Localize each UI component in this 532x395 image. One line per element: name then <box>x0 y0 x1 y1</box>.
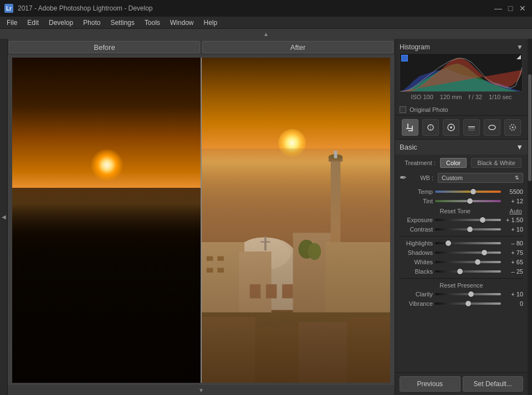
close-button[interactable]: ✕ <box>518 3 528 13</box>
spot-removal-tool[interactable] <box>422 119 439 136</box>
menu-develop[interactable]: Develop <box>44 18 78 28</box>
blacks-slider-track[interactable] <box>435 270 501 273</box>
menu-photo[interactable]: Photo <box>79 18 105 28</box>
vibrance-label: Vibrance <box>400 300 433 307</box>
presence-divider <box>400 278 523 279</box>
tint-slider-thumb[interactable] <box>467 198 473 204</box>
titlebar-controls[interactable]: — □ ✕ <box>493 3 528 13</box>
whites-slider-row: Whites + 65 <box>400 259 523 265</box>
wb-eyedropper-icon[interactable]: ✒ <box>400 172 407 183</box>
histogram-title: Histogram <box>400 43 430 51</box>
original-photo-checkbox[interactable] <box>400 106 406 113</box>
basic-section-header: Basic ▼ <box>395 140 528 155</box>
svg-rect-24 <box>207 257 213 261</box>
app-icon: Lr <box>4 4 13 13</box>
highlights-slider-track[interactable] <box>435 242 501 244</box>
bottom-arrow-icon[interactable]: ▼ <box>196 387 207 393</box>
after-label: After <box>202 41 393 53</box>
svg-point-15 <box>236 238 295 275</box>
right-scrollbar[interactable] <box>528 39 532 395</box>
menubar: File Edit Develop Photo Settings Tools W… <box>0 17 532 29</box>
meta-aperture: f / 32 <box>469 94 482 100</box>
svg-rect-27 <box>217 268 224 273</box>
meta-iso: ISO 100 <box>411 94 433 100</box>
menu-settings[interactable]: Settings <box>106 18 139 28</box>
shadows-slider-row: Shadows + 75 <box>400 249 523 256</box>
left-panel-toggle[interactable]: ◀ <box>0 39 8 395</box>
crop-tool[interactable] <box>402 119 418 136</box>
vibrance-slider-thumb[interactable] <box>466 301 471 306</box>
red-eye-tool[interactable] <box>443 119 459 136</box>
svg-rect-30 <box>282 284 293 298</box>
svg-rect-18 <box>264 237 267 250</box>
svg-marker-5 <box>93 273 125 383</box>
shadows-slider-track[interactable] <box>435 252 501 254</box>
svg-rect-26 <box>207 268 213 273</box>
histogram-section: Histogram ▼ <box>395 39 528 104</box>
contrast-value: + 10 <box>503 226 523 233</box>
svg-rect-47 <box>468 129 475 129</box>
svg-rect-33 <box>201 312 390 383</box>
contrast-slider-track[interactable] <box>435 228 501 230</box>
wb-select[interactable]: Custom ⇅ <box>438 173 523 183</box>
treatment-label: Treatment : <box>400 160 436 166</box>
whites-slider-track[interactable] <box>435 261 501 263</box>
basic-title: Basic <box>400 143 417 151</box>
svg-rect-10 <box>201 148 390 383</box>
meta-shutter: 1/10 sec <box>489 94 512 100</box>
svg-rect-34 <box>201 317 255 383</box>
temp-slider-track[interactable] <box>435 191 501 193</box>
radial-filter-tool[interactable] <box>484 119 500 136</box>
svg-rect-20 <box>201 242 244 383</box>
shadows-value: + 75 <box>503 249 523 256</box>
treatment-bw-button[interactable]: Black & White <box>471 158 521 168</box>
reset-presence-label: Reset Presence <box>401 282 522 289</box>
svg-marker-2 <box>31 247 55 383</box>
set-default-button[interactable]: Set Default... <box>463 376 524 392</box>
svg-marker-7 <box>158 273 201 383</box>
meta-focal: 120 mm <box>440 94 462 100</box>
tool-icons-row <box>395 115 528 139</box>
menu-file[interactable]: File <box>2 18 22 28</box>
highlights-slider-thumb[interactable] <box>446 240 451 246</box>
menu-tools[interactable]: Tools <box>140 18 165 28</box>
svg-rect-36 <box>298 322 347 383</box>
vibrance-slider-track[interactable] <box>435 302 501 305</box>
histogram-chart <box>400 54 522 91</box>
svg-rect-35 <box>255 327 298 383</box>
auto-link[interactable]: Auto <box>509 208 522 214</box>
clarity-slider-thumb[interactable] <box>468 291 474 297</box>
histogram-dropdown-icon[interactable]: ▼ <box>516 43 523 51</box>
exposure-slider-track[interactable] <box>435 219 501 221</box>
blacks-slider-thumb[interactable] <box>457 269 463 274</box>
reset-presence-row: Reset Presence <box>400 282 523 289</box>
temp-slider-row: Temp 5500 <box>400 188 523 195</box>
previous-button[interactable]: Previous <box>400 376 461 392</box>
tint-slider-track[interactable] <box>435 200 501 202</box>
menu-edit[interactable]: Edit <box>23 18 43 28</box>
left-panel-arrow-icon: ◀ <box>1 214 7 220</box>
blacks-label: Blacks <box>400 268 433 275</box>
exposure-slider-thumb[interactable] <box>480 217 485 223</box>
before-after-bar: Before After <box>8 39 395 55</box>
shadows-slider-thumb[interactable] <box>482 250 487 255</box>
svg-point-49 <box>489 125 495 130</box>
menu-window[interactable]: Window <box>166 18 198 28</box>
treatment-row: Treatment : Color Black & White <box>400 158 523 168</box>
bottom-buttons: Previous Set Default... <box>395 372 528 395</box>
menu-help[interactable]: Help <box>199 18 222 28</box>
clarity-slider-track[interactable] <box>435 293 501 295</box>
wb-arrows-icon: ⇅ <box>515 175 519 181</box>
whites-slider-thumb[interactable] <box>475 259 480 265</box>
adjustment-brush-tool[interactable] <box>504 119 521 136</box>
top-arrow-icon[interactable]: ▲ <box>260 31 272 37</box>
treatment-color-button[interactable]: Color <box>440 158 467 168</box>
graduated-filter-tool[interactable] <box>463 119 480 136</box>
maximize-button[interactable]: □ <box>505 3 515 13</box>
clarity-label: Clarity <box>400 291 433 297</box>
contrast-slider-thumb[interactable] <box>467 227 473 232</box>
minimize-button[interactable]: — <box>493 3 503 13</box>
basic-collapse-icon[interactable]: ▼ <box>516 143 523 151</box>
scrollbar-thumb[interactable] <box>528 74 531 181</box>
temp-slider-thumb[interactable] <box>470 189 476 194</box>
